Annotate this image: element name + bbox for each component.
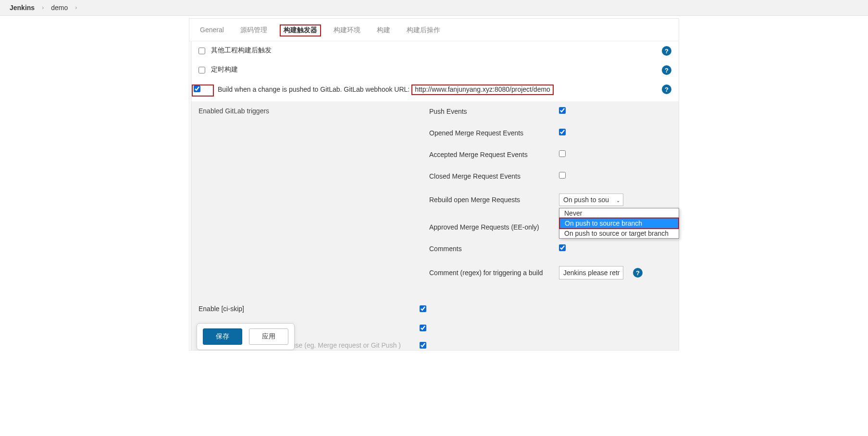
config-panel: General 源码管理 构建触发器 构建环境 构建 构建后操作 其他工程构建后… — [189, 18, 679, 351]
rebuild-mr-select[interactable]: On push to sou ⌄ — [559, 194, 623, 206]
help-icon[interactable] — [633, 268, 643, 278]
breadcrumb-root[interactable]: Jenkins — [10, 4, 35, 12]
push-events-checkbox[interactable] — [559, 107, 566, 114]
action-bar: 保存 应用 — [197, 323, 295, 350]
trigger-other-projects-checkbox[interactable] — [198, 48, 205, 54]
chevron-down-icon: ⌄ — [616, 198, 620, 203]
rebuild-mr-label: Rebuild open Merge Requests — [429, 196, 559, 204]
accepted-mr-row: Accepted Merge Request Events — [429, 144, 671, 165]
rebuild-option-source-target[interactable]: On push to source or target branch — [559, 229, 679, 238]
comments-checkbox[interactable] — [559, 244, 566, 251]
push-events-label: Push Events — [429, 108, 559, 115]
tab-build[interactable]: 构建 — [376, 24, 391, 36]
opened-mr-label: Opened Merge Request Events — [429, 129, 559, 137]
closed-mr-checkbox[interactable] — [559, 172, 566, 179]
set-build-desc-checkbox[interactable] — [420, 342, 426, 349]
comment-regex-label: Comment (regex) for triggering a build — [429, 269, 559, 277]
comment-regex-input[interactable]: Jenkins please retr — [559, 266, 623, 279]
comments-row: Comments — [429, 238, 671, 259]
highlight-box — [192, 85, 214, 97]
breadcrumb-project[interactable]: demo — [51, 4, 68, 12]
chevron-right-icon: › — [75, 4, 77, 11]
trigger-gitlab-row: Build when a change is pushed to GitLab.… — [191, 80, 679, 101]
opened-mr-checkbox[interactable] — [559, 129, 566, 135]
apply-button[interactable]: 应用 — [249, 328, 288, 345]
tab-post-build[interactable]: 构建后操作 — [406, 24, 441, 36]
tab-scm[interactable]: 源码管理 — [239, 24, 268, 36]
ci-skip-row: Enable [ci-skip] — [191, 298, 679, 319]
trigger-timer-row: 定时构建 — [191, 61, 679, 80]
gitlab-triggers-section: Enabled GitLab triggers Push Events Open… — [191, 101, 679, 298]
rebuild-option-source[interactable]: On push to source branch — [559, 218, 679, 229]
ci-skip-label: Enable [ci-skip] — [198, 305, 420, 313]
approved-mr-label: Approved Merge Requests (EE-only) — [429, 223, 559, 231]
trigger-gitlab-checkbox[interactable] — [194, 85, 200, 92]
accepted-mr-label: Accepted Merge Request Events — [429, 151, 559, 158]
tabs-bar: General 源码管理 构建触发器 构建环境 构建 构建后操作 — [189, 19, 679, 41]
tab-build-env[interactable]: 构建环境 — [333, 24, 361, 36]
gitlab-webhook-url: http://www.fanjunyang.xyz:8080/project/d… — [411, 85, 554, 95]
chevron-right-icon: › — [42, 4, 44, 11]
closed-mr-label: Closed Merge Request Events — [429, 172, 559, 180]
accepted-mr-checkbox[interactable] — [559, 150, 566, 157]
save-button[interactable]: 保存 — [203, 328, 242, 345]
ignore-wip-checkbox[interactable] — [420, 325, 426, 331]
trigger-timer-checkbox[interactable] — [198, 67, 205, 73]
comment-regex-row: Comment (regex) for triggering a build J… — [429, 259, 671, 286]
trigger-other-projects-label: 其他工程构建后触发 — [211, 46, 662, 55]
help-icon[interactable] — [662, 85, 671, 94]
breadcrumb: Jenkins › demo › — [0, 0, 868, 16]
closed-mr-row: Closed Merge Request Events — [429, 165, 671, 187]
comments-label: Comments — [429, 245, 559, 253]
tab-build-triggers[interactable]: 构建触发器 — [283, 24, 318, 36]
rebuild-mr-dropdown: Never On push to source branch On push t… — [559, 208, 679, 239]
help-icon[interactable] — [662, 65, 671, 75]
help-icon[interactable] — [662, 46, 671, 56]
opened-mr-row: Opened Merge Request Events — [429, 122, 671, 144]
trigger-gitlab-label: Build when a change is pushed to GitLab.… — [218, 85, 662, 95]
rebuild-option-never[interactable]: Never — [559, 208, 679, 218]
gitlab-triggers-heading: Enabled GitLab triggers — [198, 107, 429, 282]
trigger-timer-label: 定时构建 — [211, 65, 662, 74]
trigger-other-projects-row: 其他工程构建后触发 — [191, 41, 679, 61]
tab-general[interactable]: General — [199, 24, 225, 36]
rebuild-mr-row: Rebuild open Merge Requests On push to s… — [429, 187, 671, 213]
push-events-row: Push Events — [429, 107, 671, 122]
ci-skip-checkbox[interactable] — [420, 305, 426, 312]
